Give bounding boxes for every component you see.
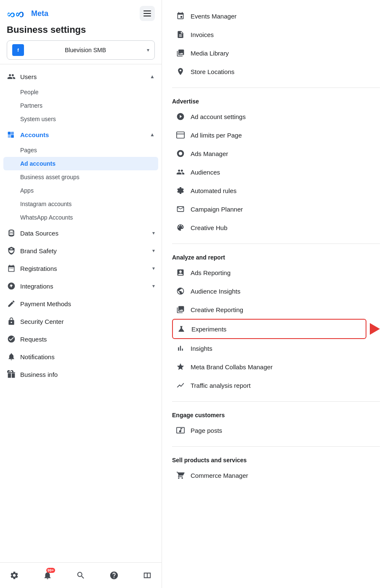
toggle-panel-button[interactable] [140,568,155,583]
menu-item-ads-reporting[interactable]: Ads Reporting [172,263,380,282]
search-button[interactable] [73,568,88,583]
menu-item-campaign-planner[interactable]: Campaign Planner [172,200,380,218]
sidebar-item-users[interactable]: Users ▲ [0,68,162,85]
menu-item-meta-brand-collabs[interactable]: Meta Brand Collabs Manager [172,358,380,376]
divider-4 [172,446,380,447]
sidebar-item-registrations[interactable]: Registrations ▾ [0,260,162,277]
notifications-icon [7,352,16,361]
ad-account-settings-label: Ad account settings [191,113,246,120]
ad-limits-label: Ad limits per Page [191,132,242,139]
menu-item-events-manager[interactable]: Events Manager [172,7,380,25]
sidebar-item-requests[interactable]: Requests [0,330,162,348]
menu-item-traffic-analysis[interactable]: Traffic analysis report [172,376,380,395]
audiences-icon [175,167,186,177]
search-icon [76,571,85,580]
meta-logo-icon [7,10,29,17]
notification-badge: 99+ [46,568,55,573]
brand-safety-chevron-icon: ▾ [152,248,155,254]
menu-item-audience-insights[interactable]: Audience Insights [172,282,380,300]
svg-rect-4 [11,132,14,135]
sidebar-item-integrations[interactable]: Integrations ▾ [0,277,162,295]
experiments-arrow-indicator [370,323,380,335]
sidebar-item-brand-safety-label: Brand Safety [20,247,148,254]
sidebar-item-security-center[interactable]: Security Center [0,313,162,330]
analyze-report-section: Analyze and report Ads Reporting Audienc… [162,247,390,398]
menu-item-automated-rules[interactable]: Automated rules [172,181,380,200]
hamburger-button[interactable] [140,6,155,21]
sidebar-item-business-info[interactable]: Business info [0,366,162,383]
sidebar-item-apps[interactable]: Apps [0,184,162,197]
sidebar-item-brand-safety[interactable]: Brand Safety ▾ [0,242,162,260]
audiences-label: Audiences [191,169,220,176]
sidebar-item-people[interactable]: People [0,85,162,99]
accounts-sub-items: Pages Ad accounts Business asset groups … [0,143,162,224]
sidebar-item-system-users[interactable]: System users [0,112,162,126]
creative-hub-label: Creative Hub [191,224,228,231]
insights-icon [175,343,186,353]
location-icon [175,66,186,77]
menu-item-ad-account-settings[interactable]: Ad account settings [172,107,380,126]
sidebar-item-business-asset-groups[interactable]: Business asset groups [0,170,162,184]
sidebar-item-security-center-label: Security Center [20,318,155,325]
sidebar-item-instagram-accounts[interactable]: Instagram accounts [0,197,162,211]
experiments-icon [176,324,186,334]
users-sub-items: People Partners System users [0,85,162,126]
requests-icon [7,334,16,344]
audience-insights-label: Audience Insights [191,288,240,295]
analyze-report-section-label: Analyze and report [172,254,380,261]
hamburger-line-3 [143,16,151,16]
menu-item-invoices[interactable]: Invoices [172,25,380,44]
sidebar-item-ad-accounts[interactable]: Ad accounts [3,157,158,170]
svg-point-9 [179,152,182,155]
sidebar-item-registrations-label: Registrations [20,265,148,272]
settings-button[interactable] [7,568,22,583]
menu-item-audiences[interactable]: Audiences [172,163,380,181]
advertise-section-label: Advertise [172,98,380,105]
sidebar-item-users-label: Users [20,73,146,80]
menu-item-page-posts[interactable]: Page posts [172,421,380,440]
menu-item-creative-hub[interactable]: Creative Hub [172,218,380,237]
sidebar-item-whatsapp-accounts[interactable]: WhatsApp Accounts [0,211,162,224]
traffic-analysis-label: Traffic analysis report [191,382,251,389]
page-posts-label: Page posts [191,427,222,434]
page-title: Business settings [7,24,155,35]
menu-item-insights[interactable]: Insights [172,339,380,358]
svg-rect-6 [177,132,184,138]
sell-products-section: Sell products and services Commerce Mana… [162,450,390,488]
engage-customers-section: Engage customers Page posts [162,405,390,443]
sidebar-item-accounts[interactable]: Accounts ▲ [0,126,162,143]
user-group-icon [7,72,16,81]
sidebar-item-payment-methods-label: Payment Methods [20,300,155,307]
svg-rect-3 [8,135,11,138]
media-icon [175,48,186,58]
sidebar-nav: Users ▲ People Partners System users Acc… [0,64,162,562]
menu-item-commerce-manager[interactable]: Commerce Manager [172,466,380,485]
events-manager-label: Events Manager [191,13,236,20]
sidebar-item-payment-methods[interactable]: Payment Methods [0,295,162,313]
campaign-planner-label: Campaign Planner [191,206,243,213]
account-selector[interactable]: f Bluevision SMB ▾ [7,40,155,60]
account-chevron-icon: ▾ [147,47,149,53]
menu-item-media-library[interactable]: Media Library [172,44,380,62]
notifications-button[interactable]: 99+ [40,568,55,583]
sidebar-item-data-sources[interactable]: Data Sources ▾ [0,224,162,242]
creative-reporting-icon [175,305,186,315]
sidebar-item-pages[interactable]: Pages [0,143,162,157]
ad-settings-icon [175,111,186,122]
sidebar-item-partners[interactable]: Partners [0,99,162,112]
menu-item-ads-manager[interactable]: Ads Manager [172,144,380,163]
menu-item-store-locations[interactable]: Store Locations [172,62,380,81]
menu-item-ad-limits[interactable]: Ad limits per Page [172,126,380,144]
menu-item-creative-reporting[interactable]: Creative Reporting [172,300,380,319]
help-button[interactable] [106,568,122,583]
ads-manager-label: Ads Manager [191,150,228,157]
settings-icon [10,571,19,580]
events-icon [175,11,186,21]
menu-item-experiments[interactable]: Experiments [172,319,366,339]
creative-hub-icon [175,222,186,233]
sidebar-item-integrations-label: Integrations [20,283,148,290]
nav-section-users: Users ▲ People Partners System users [0,68,162,126]
invoices-label: Invoices [191,31,214,38]
creative-reporting-label: Creative Reporting [191,306,243,313]
sidebar-item-notifications[interactable]: Notifications [0,348,162,366]
